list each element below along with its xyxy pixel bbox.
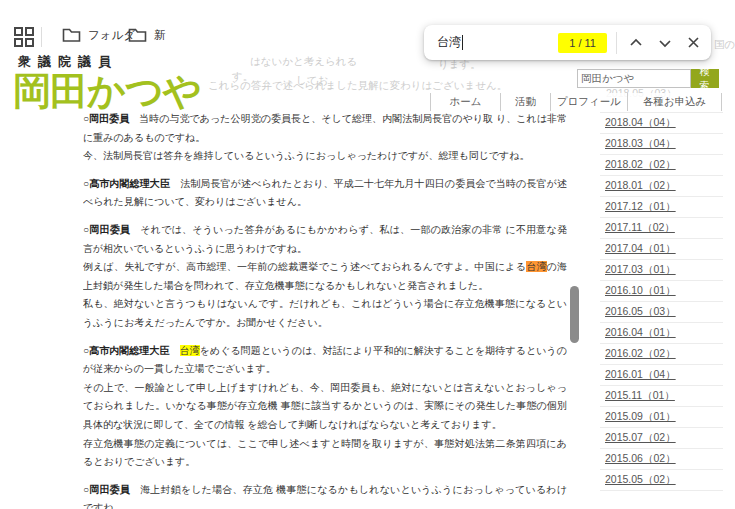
archive-list-item: 2018.02（02） xyxy=(600,155,723,176)
archive-list-item: 2017.12（01） xyxy=(600,197,723,218)
archive-month-link[interactable]: 2015.11（01） xyxy=(605,389,675,403)
archive-month-link[interactable]: 2018.04（04） xyxy=(605,116,676,130)
site-search: 検索 xyxy=(577,69,719,88)
background-text-fragment: これらの答弁で述べられました見解に変わりはございません。 xyxy=(208,79,507,93)
transcript-text: それでは、そういった答弁があるにもかかわらず、私は、一部の政治家の非常 に不用意… xyxy=(83,224,567,254)
nav-item-home[interactable]: ホーム xyxy=(430,93,500,111)
archive-list-item: 2016.05（03） xyxy=(600,302,723,323)
archive-month-link[interactable]: 2017.11（02） xyxy=(605,221,675,235)
archive-month-link[interactable]: 2015.07（02） xyxy=(605,431,676,445)
nav-item-activity[interactable]: 活動 xyxy=(500,93,550,111)
archive-list-item: 2016.01（04） xyxy=(600,365,723,386)
transcript-text: 当時の与党であった公明党の委員長と、そして総理、内閣法制局長官のやり取 り、これ… xyxy=(83,113,567,143)
transcript-text: 海上封鎖をした場合、存立危 機事態になるかもしれないというふうにおっしゃっている… xyxy=(83,484,567,509)
archive-month-link[interactable]: 2016.05（03） xyxy=(605,305,676,319)
nav-item-applications[interactable]: 各種お申込み xyxy=(627,93,722,111)
archive-list-item: 2015.11（01） xyxy=(600,386,723,407)
chevron-up-icon xyxy=(629,36,643,50)
transcript-paragraph: ○岡田委員 当時の与党であった公明党の委員長と、そして総理、内閣法制局長官のやり… xyxy=(83,110,567,166)
speaker-name: ○髙市内閣総理大臣 xyxy=(83,345,170,356)
find-previous-button[interactable] xyxy=(621,28,650,57)
find-match: 台湾 xyxy=(180,345,200,356)
archive-list-item: 2015.07（02） xyxy=(600,428,723,449)
archive-list-item: 2018.01（02） xyxy=(600,176,723,197)
archive-sidebar: 2018.04（04）2018.03（04）2018.02（02）2018.01… xyxy=(600,112,723,509)
archive-month-link[interactable]: 2016.04（01） xyxy=(605,326,676,340)
transcript-paragraph: ○岡田委員 海上封鎖をした場合、存立危 機事態になるかもしれないというふうにおっ… xyxy=(83,481,567,509)
folder-icon xyxy=(62,27,81,43)
archive-month-link[interactable]: 2016.10（01） xyxy=(605,284,676,298)
archive-list-item: 2016.10（01） xyxy=(600,281,723,302)
find-input[interactable]: 台湾 xyxy=(437,34,461,51)
page: はないかと考えられるります。す。しておこれらの答弁で述べられました見解に変わりは… xyxy=(0,0,735,509)
archive-list-item: 2016.02（02） xyxy=(600,344,723,365)
archive-month-link[interactable]: 2018.02（02） xyxy=(605,158,676,172)
text-caret xyxy=(462,35,463,50)
archive-list-item: 2015.09（01） xyxy=(600,407,723,428)
background-text-fragment: はないかと考えられる xyxy=(250,55,357,69)
find-next-button[interactable] xyxy=(650,28,679,57)
site-search-button[interactable]: 検索 xyxy=(691,69,719,88)
main-nav: ホーム 活動 プロフィール 各種お申込み xyxy=(430,93,722,111)
transcript-paragraph: ○岡田委員 それでは、そういった答弁があるにもかかわらず、私は、一部の政治家の非… xyxy=(83,221,567,333)
archive-list-item: 2017.04（01） xyxy=(600,239,723,260)
archive-list-item: 2015.05（02） xyxy=(600,470,723,491)
speaker-name: ○岡田委員 xyxy=(83,224,130,235)
speaker-name: ○髙市内閣総理大臣 xyxy=(83,178,170,189)
find-bar-divider xyxy=(616,32,617,54)
nav-item-profile[interactable]: プロフィール xyxy=(550,93,627,111)
transcript-text: 例えば、失礼ですが、高市総理、一年前の総裁選挙でこう述べておられるんですよ。中国… xyxy=(83,261,526,272)
site-search-input[interactable] xyxy=(577,69,691,88)
transcript-text: 私も、絶対ないと言うつもりはないんです。だけれども、これはどういう場合に存立危機… xyxy=(83,298,567,328)
archive-list-item: 2017.11（02） xyxy=(600,218,723,239)
toolbar-divider xyxy=(41,27,42,47)
speaker-name: ○岡田委員 xyxy=(83,113,129,124)
transcript-paragraph: ○髙市内閣総理大臣 法制局長官が述べられたとおり、平成二十七年九月十四日の委員会… xyxy=(83,175,567,212)
find-match-count: 1 / 11 xyxy=(558,33,607,53)
new-folder-icon xyxy=(128,27,147,43)
archive-month-link[interactable]: 2017.04（01） xyxy=(605,242,676,256)
archive-list-item: 2018.03（04） xyxy=(600,134,723,155)
archive-month-link[interactable]: 2018.03（04） xyxy=(605,137,676,151)
archive-month-link[interactable]: 2016.01（04） xyxy=(605,368,676,382)
archive-month-link[interactable]: 2017.03（01） xyxy=(605,263,676,277)
folder-button[interactable]: フォルダ xyxy=(62,27,135,43)
find-bar: 台湾 1 / 11 xyxy=(424,25,711,60)
archive-list-item: 2015.06（02） xyxy=(600,449,723,470)
archive-list-item: 2017.03（01） xyxy=(600,260,723,281)
archive-month-link[interactable]: 2018.01（02） xyxy=(605,179,676,193)
archive-month-link[interactable]: 2015.05（02） xyxy=(605,473,676,487)
transcript-text xyxy=(170,345,180,356)
archive-list-item: 2018.04（04） xyxy=(600,113,723,134)
transcript-text: その上で、一般論として申し上げますけれども、今、岡田委員も、絶対にないとは言えな… xyxy=(83,382,567,430)
transcript-text: 存立危機事態の定義については、ここで申し述べますと時間を取りますが、事態対処法第… xyxy=(83,438,567,468)
archive-month-link[interactable]: 2017.12（01） xyxy=(605,200,676,214)
transcript-text: 今、法制局長官は答弁を維持しているというふうにおっしゃったわけですが、総理も同じ… xyxy=(83,150,530,161)
close-icon xyxy=(687,36,700,49)
archive-month-link[interactable]: 2015.06（02） xyxy=(605,452,676,466)
grid-menu-icon[interactable] xyxy=(13,26,35,48)
background-text-fragment: ります。 xyxy=(438,58,481,72)
archive-month-link[interactable]: 2016.02（02） xyxy=(605,347,676,361)
find-close-button[interactable] xyxy=(679,28,708,57)
transcript-paragraph: ○髙市内閣総理大臣 台湾をめぐる問題というのは、対話により平和的に解決することを… xyxy=(83,342,567,472)
new-folder-button[interactable]: 新 xyxy=(128,27,166,43)
chevron-down-icon xyxy=(658,36,672,50)
archive-month-link[interactable]: 2015.09（01） xyxy=(605,410,676,424)
transcript-content: ○岡田委員 当時の与党であった公明党の委員長と、そして総理、内閣法制局長官のやり… xyxy=(83,110,567,509)
scrollbar-thumb[interactable] xyxy=(570,286,579,343)
speaker-name: ○岡田委員 xyxy=(83,484,130,495)
new-folder-button-label: 新 xyxy=(154,28,166,43)
archive-list-item: 2016.04（01） xyxy=(600,323,723,344)
find-match-active: 台湾 xyxy=(526,261,546,272)
